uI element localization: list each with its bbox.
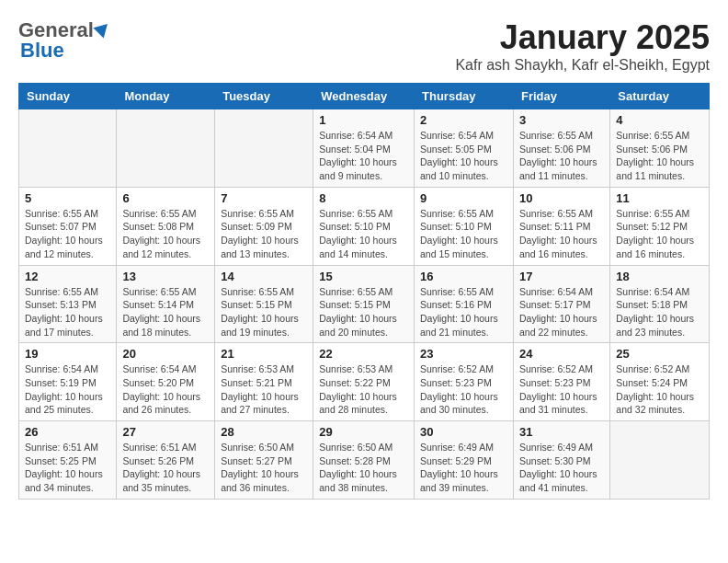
day-number: 3: [519, 113, 604, 127]
day-info: Sunrise: 6:52 AMSunset: 5:23 PMDaylight:…: [519, 362, 604, 417]
day-info: Sunrise: 6:51 AMSunset: 5:26 PMDaylight:…: [122, 441, 209, 495]
day-cell: 14Sunrise: 6:55 AMSunset: 5:15 PMDayligh…: [215, 265, 313, 343]
day-number: 7: [221, 191, 307, 205]
calendar-table: SundayMondayTuesdayWednesdayThursdayFrid…: [18, 83, 710, 500]
day-info: Sunrise: 6:55 AMSunset: 5:06 PMDaylight:…: [519, 129, 604, 183]
day-number: 17: [519, 270, 604, 283]
day-cell: 11Sunrise: 6:55 AMSunset: 5:12 PMDayligh…: [610, 187, 710, 265]
day-info: Sunrise: 6:53 AMSunset: 5:22 PMDaylight:…: [319, 362, 408, 417]
day-info: Sunrise: 6:55 AMSunset: 5:10 PMDaylight:…: [319, 207, 408, 261]
day-info: Sunrise: 6:49 AMSunset: 5:29 PMDaylight:…: [420, 441, 507, 495]
day-cell: 15Sunrise: 6:55 AMSunset: 5:15 PMDayligh…: [313, 265, 415, 343]
day-info: Sunrise: 6:55 AMSunset: 5:13 PMDaylight:…: [25, 285, 110, 339]
header-wednesday: Wednesday: [313, 84, 415, 109]
day-cell: 4Sunrise: 6:55 AMSunset: 5:06 PMDaylight…: [610, 109, 710, 188]
week-row-1: 1Sunrise: 6:54 AMSunset: 5:04 PMDaylight…: [19, 109, 710, 188]
day-number: 2: [420, 113, 507, 127]
day-number: 6: [122, 191, 209, 205]
day-info: Sunrise: 6:55 AMSunset: 5:16 PMDaylight:…: [420, 285, 507, 339]
day-cell: [215, 109, 313, 188]
day-number: 24: [519, 347, 604, 361]
day-cell: 24Sunrise: 6:52 AMSunset: 5:23 PMDayligh…: [513, 343, 609, 421]
page-header: General Blue January 2025 Kafr ash Shayk…: [18, 18, 710, 74]
day-cell: 6Sunrise: 6:55 AMSunset: 5:08 PMDaylight…: [117, 187, 215, 265]
day-cell: 26Sunrise: 6:51 AMSunset: 5:25 PMDayligh…: [19, 421, 117, 500]
day-number: 16: [420, 270, 507, 283]
month-title: January 2025: [455, 18, 710, 57]
title-section: January 2025 Kafr ash Shaykh, Kafr el-Sh…: [455, 18, 710, 74]
day-cell: 29Sunrise: 6:50 AMSunset: 5:28 PMDayligh…: [313, 421, 415, 500]
logo-triangle-icon: [93, 18, 112, 38]
day-number: 10: [519, 191, 604, 205]
day-cell: 31Sunrise: 6:49 AMSunset: 5:30 PMDayligh…: [513, 421, 609, 500]
day-cell: 9Sunrise: 6:55 AMSunset: 5:10 PMDaylight…: [415, 187, 514, 265]
day-number: 12: [25, 270, 110, 283]
day-number: 22: [319, 347, 408, 361]
day-number: 30: [420, 425, 507, 439]
day-number: 26: [25, 425, 110, 439]
day-cell: [117, 109, 215, 188]
day-number: 23: [420, 347, 507, 361]
day-info: Sunrise: 6:54 AMSunset: 5:18 PMDaylight:…: [616, 285, 703, 339]
day-info: Sunrise: 6:50 AMSunset: 5:28 PMDaylight:…: [319, 441, 408, 495]
week-row-5: 26Sunrise: 6:51 AMSunset: 5:25 PMDayligh…: [19, 421, 710, 500]
day-cell: 19Sunrise: 6:54 AMSunset: 5:19 PMDayligh…: [19, 343, 117, 421]
day-cell: 21Sunrise: 6:53 AMSunset: 5:21 PMDayligh…: [215, 343, 313, 421]
day-info: Sunrise: 6:49 AMSunset: 5:30 PMDaylight:…: [519, 441, 604, 495]
day-cell: 25Sunrise: 6:52 AMSunset: 5:24 PMDayligh…: [610, 343, 710, 421]
day-number: 28: [221, 425, 307, 439]
header-row: SundayMondayTuesdayWednesdayThursdayFrid…: [19, 84, 710, 109]
header-tuesday: Tuesday: [215, 84, 313, 109]
day-number: 5: [25, 191, 110, 205]
day-cell: 5Sunrise: 6:55 AMSunset: 5:07 PMDaylight…: [19, 187, 117, 265]
logo: General Blue: [18, 18, 110, 63]
header-thursday: Thursday: [415, 84, 514, 109]
day-info: Sunrise: 6:55 AMSunset: 5:10 PMDaylight:…: [420, 207, 507, 261]
day-cell: 18Sunrise: 6:54 AMSunset: 5:18 PMDayligh…: [610, 265, 710, 343]
day-cell: 23Sunrise: 6:52 AMSunset: 5:23 PMDayligh…: [415, 343, 514, 421]
day-cell: 1Sunrise: 6:54 AMSunset: 5:04 PMDaylight…: [313, 109, 415, 188]
logo-blue-text: Blue: [20, 39, 64, 63]
day-number: 11: [616, 191, 703, 205]
day-info: Sunrise: 6:51 AMSunset: 5:25 PMDaylight:…: [25, 441, 110, 495]
day-number: 4: [616, 113, 703, 127]
day-cell: [19, 109, 117, 188]
day-info: Sunrise: 6:50 AMSunset: 5:27 PMDaylight:…: [221, 441, 307, 495]
day-number: 27: [122, 425, 209, 439]
day-info: Sunrise: 6:55 AMSunset: 5:15 PMDaylight:…: [319, 285, 408, 339]
day-cell: 16Sunrise: 6:55 AMSunset: 5:16 PMDayligh…: [415, 265, 514, 343]
day-cell: 10Sunrise: 6:55 AMSunset: 5:11 PMDayligh…: [513, 187, 609, 265]
day-info: Sunrise: 6:52 AMSunset: 5:23 PMDaylight:…: [420, 362, 507, 417]
day-cell: 7Sunrise: 6:55 AMSunset: 5:09 PMDaylight…: [215, 187, 313, 265]
day-number: 21: [221, 347, 307, 361]
day-number: 8: [319, 191, 408, 205]
day-number: 9: [420, 191, 507, 205]
day-info: Sunrise: 6:53 AMSunset: 5:21 PMDaylight:…: [221, 362, 307, 417]
day-number: 20: [122, 347, 209, 361]
day-number: 19: [25, 347, 110, 361]
day-number: 18: [616, 270, 703, 283]
day-info: Sunrise: 6:55 AMSunset: 5:14 PMDaylight:…: [122, 285, 209, 339]
day-cell: 22Sunrise: 6:53 AMSunset: 5:22 PMDayligh…: [313, 343, 415, 421]
day-info: Sunrise: 6:55 AMSunset: 5:15 PMDaylight:…: [221, 285, 307, 339]
day-number: 15: [319, 270, 408, 283]
day-info: Sunrise: 6:55 AMSunset: 5:09 PMDaylight:…: [221, 207, 307, 261]
day-cell: 13Sunrise: 6:55 AMSunset: 5:14 PMDayligh…: [117, 265, 215, 343]
day-cell: 17Sunrise: 6:54 AMSunset: 5:17 PMDayligh…: [513, 265, 609, 343]
day-info: Sunrise: 6:55 AMSunset: 5:12 PMDaylight:…: [616, 207, 703, 261]
day-number: 1: [319, 113, 408, 127]
day-number: 29: [319, 425, 408, 439]
day-cell: 12Sunrise: 6:55 AMSunset: 5:13 PMDayligh…: [19, 265, 117, 343]
header-sunday: Sunday: [19, 84, 117, 109]
header-saturday: Saturday: [610, 84, 710, 109]
week-row-3: 12Sunrise: 6:55 AMSunset: 5:13 PMDayligh…: [19, 265, 710, 343]
day-number: 13: [122, 270, 209, 283]
calendar-header: SundayMondayTuesdayWednesdayThursdayFrid…: [19, 84, 710, 109]
day-info: Sunrise: 6:54 AMSunset: 5:04 PMDaylight:…: [319, 129, 408, 183]
day-cell: 3Sunrise: 6:55 AMSunset: 5:06 PMDaylight…: [513, 109, 609, 188]
day-info: Sunrise: 6:54 AMSunset: 5:17 PMDaylight:…: [519, 285, 604, 339]
day-number: 14: [221, 270, 307, 283]
day-cell: 20Sunrise: 6:54 AMSunset: 5:20 PMDayligh…: [117, 343, 215, 421]
day-number: 31: [519, 425, 604, 439]
day-info: Sunrise: 6:54 AMSunset: 5:19 PMDaylight:…: [25, 362, 110, 417]
